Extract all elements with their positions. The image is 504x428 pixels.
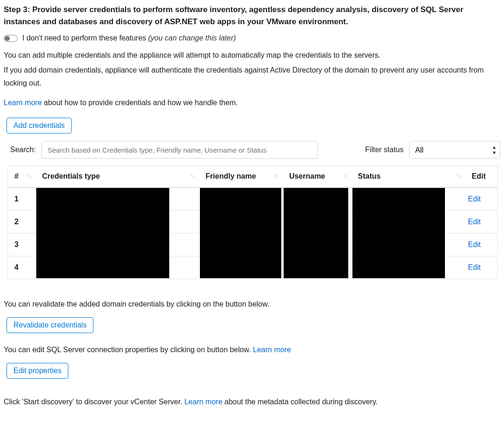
redacted-block (284, 256, 348, 278)
redacted-block (352, 188, 445, 211)
discovery-text-suffix: about the metadata collected during disc… (222, 398, 378, 406)
edit-row-link[interactable]: Edit (466, 263, 481, 271)
col-header-number[interactable]: #↑↓ (8, 166, 37, 188)
learn-more-discovery-link[interactable]: Learn more (184, 398, 222, 406)
cell-edit: Edit (466, 256, 497, 279)
intro-line-2: If you add domain credentials, appliance… (4, 64, 500, 90)
redacted-block (284, 211, 348, 234)
row-number: 3 (8, 233, 37, 256)
toggle-hint: (you can change this later) (148, 34, 236, 42)
skip-features-toggle[interactable] (4, 35, 18, 42)
revalidate-credentials-button[interactable]: Revalidate credentials (7, 317, 93, 333)
cell-friendly-name (200, 210, 284, 233)
learn-more-line: Learn more about how to provide credenti… (4, 96, 500, 109)
cell-edit: Edit (466, 187, 497, 210)
add-credentials-button[interactable]: Add credentials (7, 118, 72, 134)
sort-icon: ↑↓ (190, 172, 194, 179)
redacted-block (200, 234, 281, 256)
cell-username (284, 187, 352, 210)
cell-username (284, 256, 352, 279)
edit-row-link[interactable]: Edit (466, 218, 481, 226)
cell-status (352, 256, 466, 279)
redacted-block (200, 188, 281, 211)
learn-more-suffix: about how to provide credentials and how… (42, 99, 238, 107)
edit-properties-button[interactable]: Edit properties (7, 363, 68, 379)
redacted-block (352, 256, 445, 278)
sql-text-prefix: You can edit SQL Server connection prope… (4, 346, 253, 354)
redacted-block (36, 256, 169, 278)
redacted-block (200, 211, 281, 234)
sort-icon: ↑↓ (456, 172, 460, 179)
cell-edit: Edit (466, 210, 497, 233)
col-header-edit: Edit (466, 166, 497, 188)
col-header-status[interactable]: Status↑↓ (352, 166, 466, 188)
credentials-table: #↑↓ Credentials type↑↓ Friendly name↑↓ U… (7, 165, 498, 279)
table-row: 3 Edit (8, 233, 498, 256)
filter-status-select-wrap: All ▴▾ (409, 141, 500, 159)
toggle-knob (5, 36, 10, 41)
search-filter-row: Search: Filter status All ▴▾ (10, 141, 500, 159)
cell-status (352, 210, 466, 233)
col-header-credentials-type[interactable]: Credentials type↑↓ (36, 166, 200, 188)
table-row: 4 Edit (8, 256, 498, 279)
sort-icon: ↑↓ (27, 172, 31, 179)
cell-username (284, 210, 352, 233)
col-header-username[interactable]: Username↑↓ (284, 166, 352, 188)
toggle-row: I don't need to perform these features (… (4, 34, 500, 42)
cell-credentials-type (36, 256, 200, 279)
discovery-text-prefix: Click 'Start discovery' to discover your… (4, 398, 184, 406)
table-row: 2 Edit (8, 210, 498, 233)
learn-more-sql-link[interactable]: Learn more (253, 346, 291, 354)
toggle-label: I don't need to perform these features (… (22, 34, 236, 42)
redacted-block (200, 256, 281, 278)
row-number: 2 (8, 210, 37, 233)
search-input[interactable] (41, 141, 318, 159)
cell-credentials-type (36, 210, 200, 233)
sort-icon: ↑↓ (343, 172, 347, 179)
sort-icon: ↑↓ (274, 172, 278, 179)
redacted-block (352, 234, 445, 256)
edit-row-link[interactable]: Edit (466, 195, 481, 203)
cell-status (352, 233, 466, 256)
cell-credentials-type (36, 233, 200, 256)
edit-row-link[interactable]: Edit (466, 241, 481, 248)
redacted-block (352, 211, 445, 234)
redacted-block (36, 188, 169, 211)
redacted-block (284, 188, 348, 211)
row-number: 1 (8, 187, 37, 210)
cell-username (284, 233, 352, 256)
table-row: 1 Edit (8, 187, 498, 210)
cell-credentials-type (36, 187, 200, 210)
filter-status-select[interactable]: All (409, 141, 500, 159)
revalidate-text: You can revalidate the added domain cred… (4, 298, 500, 311)
step-heading: Step 3: Provide server credentials to pe… (4, 4, 500, 27)
toggle-label-text: I don't need to perform these features (22, 34, 148, 42)
redacted-block (36, 234, 169, 256)
cell-edit: Edit (466, 233, 497, 256)
intro-line-1: You can add multiple credentials and the… (4, 49, 500, 62)
cell-friendly-name (200, 233, 284, 256)
cell-friendly-name (200, 256, 284, 279)
col-header-friendly-name[interactable]: Friendly name↑↓ (200, 166, 284, 188)
cell-status (352, 187, 466, 210)
discovery-text: Click 'Start discovery' to discover your… (4, 395, 500, 408)
row-number: 4 (8, 256, 37, 279)
learn-more-credentials-link[interactable]: Learn more (4, 99, 42, 107)
redacted-block (36, 211, 169, 234)
filter-status-label: Filter status (365, 146, 404, 154)
cell-friendly-name (200, 187, 284, 210)
search-label: Search: (10, 146, 36, 154)
sql-properties-text: You can edit SQL Server connection prope… (4, 343, 500, 356)
redacted-block (284, 234, 348, 256)
